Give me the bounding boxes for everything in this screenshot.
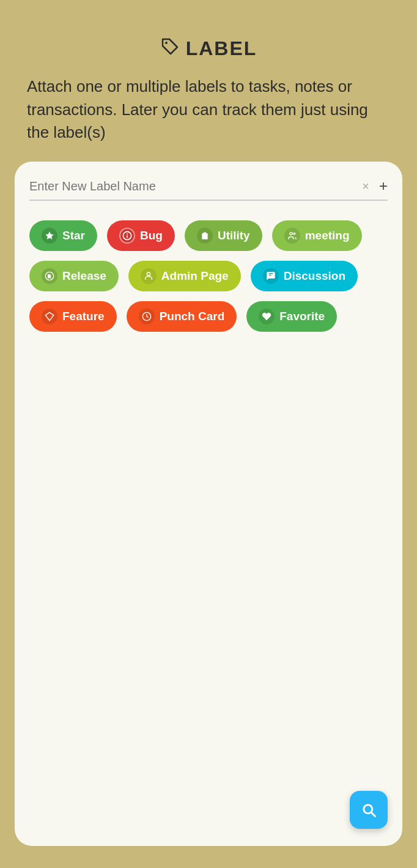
search-icon xyxy=(360,801,377,818)
label-chip-meeting[interactable]: meeting xyxy=(272,220,362,251)
search-fab-button[interactable] xyxy=(350,791,388,829)
page-title: LABEL xyxy=(186,37,257,60)
label-chip-text-release: Release xyxy=(62,269,106,283)
label-chip-text-feature: Feature xyxy=(62,310,105,323)
clear-input-button[interactable]: × xyxy=(362,180,369,192)
label-chip-text-adminpage: Admin Page xyxy=(161,269,229,283)
inner-card: × + StarBugUtilitymeetingRReleaseAdmin P… xyxy=(15,162,402,846)
header-description: Attach one or multiple labels to tasks, … xyxy=(22,75,395,144)
add-label-button[interactable]: + xyxy=(379,179,388,193)
svg-point-8 xyxy=(147,272,150,275)
star-icon xyxy=(42,228,57,244)
labels-grid: StarBugUtilitymeetingRReleaseAdmin PageD… xyxy=(29,220,388,332)
building-icon xyxy=(197,228,213,244)
people-icon xyxy=(284,228,300,244)
clock-icon xyxy=(139,309,155,324)
label-chip-text-bug: Bug xyxy=(140,229,163,242)
info-circle-icon xyxy=(119,228,135,244)
label-name-input[interactable] xyxy=(29,179,352,193)
label-chip-discussion[interactable]: Discussion xyxy=(251,261,358,291)
label-chip-utility[interactable]: Utility xyxy=(185,220,262,251)
person-icon xyxy=(141,268,157,284)
input-row: × + xyxy=(29,179,388,201)
label-chip-text-meeting: meeting xyxy=(305,229,350,242)
outer-card: LABEL Attach one or multiple labels to t… xyxy=(0,0,417,868)
header-title-row: LABEL xyxy=(160,37,257,61)
label-chip-text-discussion: Discussion xyxy=(284,269,345,283)
svg-text:R: R xyxy=(48,274,51,279)
svg-point-4 xyxy=(290,233,292,235)
label-chip-punchcard[interactable]: Punch Card xyxy=(127,301,237,332)
label-chip-text-utility: Utility xyxy=(218,229,250,242)
label-chip-star[interactable]: Star xyxy=(29,220,97,251)
label-chip-text-punchcard: Punch Card xyxy=(160,310,225,323)
svg-point-0 xyxy=(165,42,168,44)
chat-icon xyxy=(263,268,279,284)
label-chip-bug[interactable]: Bug xyxy=(107,220,175,251)
label-chip-release[interactable]: RRelease xyxy=(29,261,119,291)
label-chip-feature[interactable]: Feature xyxy=(29,301,117,332)
gem-icon xyxy=(42,309,57,324)
label-chip-adminpage[interactable]: Admin Page xyxy=(128,261,241,291)
heart-icon xyxy=(259,309,275,324)
label-chip-text-favorite: Favorite xyxy=(279,310,325,323)
label-chip-favorite[interactable]: Favorite xyxy=(246,301,337,332)
svg-point-5 xyxy=(293,233,295,234)
label-chip-text-star: Star xyxy=(62,229,85,242)
header-section: LABEL Attach one or multiple labels to t… xyxy=(15,22,402,162)
label-tag-icon xyxy=(160,37,180,61)
r-circle-icon: R xyxy=(42,268,57,284)
